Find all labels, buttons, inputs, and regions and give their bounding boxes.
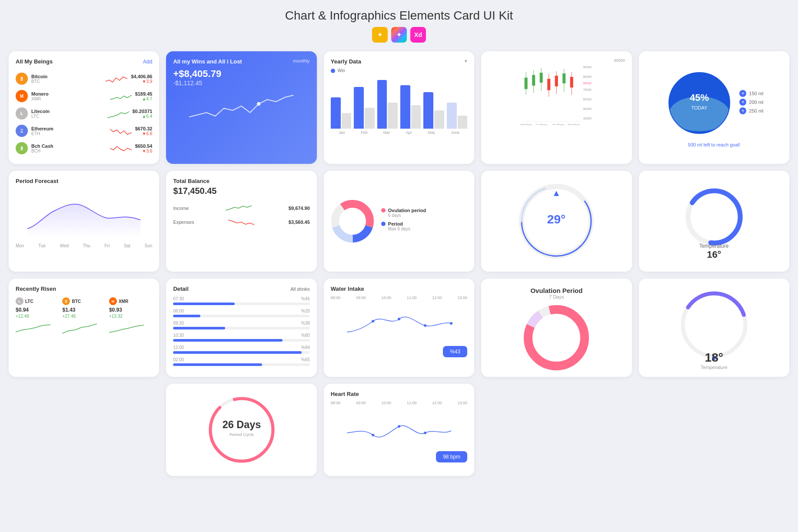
ltc-price: $0.20371 ▲6.4 (133, 109, 153, 119)
detail-header: Detail All drinks (173, 286, 309, 292)
income-row: Income $9,674.90 (173, 201, 309, 215)
ovulation-sub: 6 days (388, 213, 467, 218)
bar-jan (331, 97, 351, 129)
btc-info: Bitcoin BTC (31, 74, 102, 84)
win-label: Win (338, 68, 345, 73)
svg-point-53 (372, 434, 374, 436)
temp-small-title: Temperature (699, 243, 728, 249)
eth-chart (110, 126, 132, 136)
page-header: Chart & Infographics Elements Card UI Ki… (9, 9, 789, 43)
svg-point-0 (257, 102, 261, 106)
svg-marker-45 (554, 191, 559, 196)
heart-time-axis: 08:00 09:00 10:00 11:00 12:00 13:00 (331, 401, 467, 405)
balance-card: Total Balance $17,450.45 Income $9,674.9… (166, 171, 316, 272)
ltc-icon: Ł (16, 107, 28, 120)
crypto-item-bch: ₿ Bch Cash BCH $650.54 ▼3.6 (16, 140, 152, 157)
bar-feb (354, 87, 374, 129)
water-title: Water Intake (331, 286, 467, 292)
bar-apr-loss (411, 105, 421, 129)
period-title: Period Forecast (16, 178, 152, 184)
btc-icon: ₿ (16, 73, 28, 85)
water-circle-gauge: 45% TODAY (665, 68, 734, 138)
svg-rect-13 (540, 73, 543, 83)
yearly-header: Yearly Data ▾ (331, 58, 467, 65)
grid-container: All My Beings Add ₿ Bitcoin BTC $4,406.8… (9, 51, 789, 476)
wins-gain: +$8,405.79 (173, 68, 309, 80)
svg-text:80000: 80000 (583, 75, 592, 78)
plus-250[interactable]: + (739, 107, 746, 114)
bar-labels: Jan Feb Mar Apr May June (331, 130, 467, 135)
wins-header: All my Wins and All i Lost monthly (173, 58, 309, 65)
figma-icon: ✦ (391, 27, 407, 43)
water-chart (331, 302, 467, 341)
page-title: Chart & Infographics Elements Card UI Ki… (9, 9, 789, 23)
ovulation-dot (381, 208, 386, 213)
add-button[interactable]: Add (143, 59, 152, 65)
donut-chart (331, 200, 374, 243)
svg-point-40 (450, 322, 452, 325)
svg-text:70000: 70000 (583, 88, 592, 91)
cycle-chart: 26 Days Period Cycle (203, 391, 281, 469)
time-bar-3: 09:20%38 (173, 321, 309, 329)
progress-4 (173, 339, 309, 342)
temp-gauge-value: 18° (701, 351, 728, 365)
yearly-legend: Win (331, 68, 467, 73)
wins-card: All my Wins and All i Lost monthly +$8,4… (166, 51, 316, 164)
tool-icons: ✦ ✦ Xd (9, 27, 789, 43)
expense-row: Expenses $3,560.45 (173, 215, 309, 229)
time-bar-4: 10:30%80 (173, 333, 309, 342)
bar-june-loss (458, 116, 468, 129)
bch-price: $650.54 ▼3.6 (135, 143, 153, 153)
wins-chart (173, 91, 309, 126)
expense-chart (228, 218, 254, 226)
svg-point-54 (398, 425, 400, 428)
water-percent-btn[interactable]: %43 (443, 346, 467, 357)
risen-ltc-icon: Ł (16, 297, 23, 305)
btc-price: $4,406.86 ▼3.9 (131, 74, 152, 84)
bch-chart (110, 143, 132, 154)
xmr-price: $189.45 ▲4.7 (135, 91, 153, 101)
progress-3 (173, 327, 309, 329)
plus-200[interactable]: + (739, 99, 746, 106)
income-value: $9,674.90 (289, 206, 310, 211)
svg-rect-11 (532, 75, 535, 86)
detail-filter[interactable]: All drinks (290, 286, 310, 292)
temp-gauge-label: Temperature (701, 365, 728, 370)
bar-mar-loss (388, 103, 398, 129)
period-chart (16, 190, 152, 242)
svg-text:85640: 85640 (583, 82, 592, 85)
risen-ltc-chart (16, 321, 50, 334)
svg-text:45%: 45% (690, 92, 709, 103)
bpm-btn[interactable]: 98 bpm (436, 451, 467, 462)
period-card: Period Forecast Mon Tue Wed Thu Fri Sat … (9, 171, 159, 272)
legend-period: Period Max 6 days (381, 221, 467, 231)
time-bar-2: 08:00%20 (173, 309, 309, 317)
heart-title: Heart Rate (331, 391, 467, 397)
candle-card: 90000 90000 80000 85640 70000 60000 5000… (481, 51, 632, 164)
income-label: Income (173, 206, 189, 211)
risen-title: Recently Risen (16, 286, 152, 292)
plus-150[interactable]: + (739, 90, 746, 97)
btc-symbol: BTC (31, 79, 102, 84)
bch-info: Bch Cash BCH (31, 143, 106, 153)
candle-chart: 90000 80000 85640 70000 60000 50000 4000… (488, 64, 625, 125)
svg-text:90000: 90000 (583, 66, 592, 69)
btc-chart (106, 73, 127, 84)
time-bar-1: 07:30%45 (173, 296, 309, 305)
eth-info: Ethereum ETH (31, 126, 106, 136)
btc-name: Bitcoin (31, 74, 102, 79)
svg-rect-15 (547, 79, 550, 90)
risen-xmr: M XMR $0.93 +13.32 (109, 297, 152, 336)
svg-rect-21 (570, 77, 573, 88)
crypto-item-btc: ₿ Bitcoin BTC $4,406.86 ▼3.9 (16, 70, 152, 87)
detail-title: Detail (173, 286, 188, 292)
expense-value: $3,560.45 (289, 219, 310, 225)
period-title: Period (388, 221, 403, 226)
sketch-icon: ✦ (372, 27, 388, 43)
ovulation-donut (522, 303, 591, 372)
svg-text:03:00pm: 03:00pm (568, 123, 580, 125)
yearly-dropdown[interactable]: ▾ (465, 58, 467, 65)
water-option-150: + 150 ml (739, 90, 763, 97)
gauge-card: 29° (481, 171, 632, 272)
water-circle-card: 45% TODAY + 150 ml + 200 ml + 250 ml (639, 51, 789, 164)
